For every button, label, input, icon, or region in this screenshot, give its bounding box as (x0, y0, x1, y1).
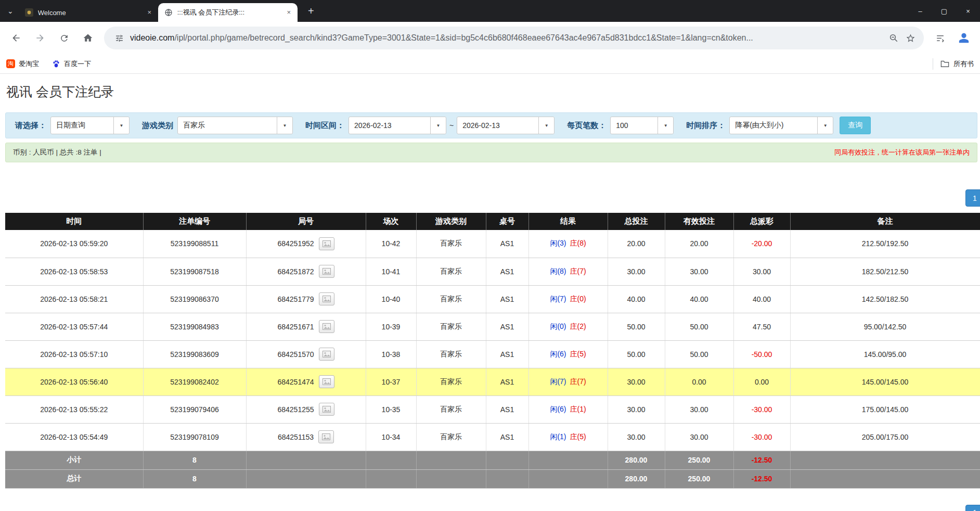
cell-total-bet[interactable]: 20.00 (608, 230, 665, 258)
url-text[interactable]: videoie.com/ipl/portal.php/game/betrecor… (130, 33, 753, 43)
summary-text: 币别 : 人民币 | 总共 :8 注单 | (13, 148, 101, 157)
cell-result: 闲(7)庄(7) (528, 368, 608, 395)
cell-time: 2026-02-13 05:57:10 (5, 340, 143, 368)
cell-round: 684251952 (246, 230, 366, 258)
per-page-input[interactable]: 100 ▼ (610, 117, 674, 134)
close-icon[interactable]: × (285, 8, 293, 17)
cell-round: 684251474 (246, 368, 366, 395)
cell-total-bet[interactable]: 30.00 (608, 368, 665, 395)
refresh-icon[interactable] (55, 29, 73, 47)
tab-bet-record[interactable]: :::视讯 会员下注纪录::: × (158, 3, 298, 22)
result-banker: 庄(2) (570, 322, 586, 330)
round-video-button[interactable] (319, 237, 334, 250)
cell-valid-bet: 30.00 (665, 258, 733, 285)
cell-game: 百家乐 (416, 368, 486, 395)
cell-bet-no: 523199084983 (143, 313, 246, 340)
result-banker: 庄(0) (570, 295, 586, 303)
cell-round: 684251671 (246, 313, 366, 340)
round-video-button[interactable] (318, 430, 334, 443)
all-bookmarks-button[interactable]: 所有书 (933, 58, 974, 70)
cell-bet-no: 523199088511 (143, 230, 246, 258)
date-to-input[interactable]: 2026-02-13 ▼ (457, 117, 555, 134)
close-window-button[interactable]: × (956, 0, 980, 22)
query-type-select[interactable]: 日期查询 ▼ (50, 117, 130, 134)
new-tab-button[interactable]: + (304, 4, 318, 18)
cell-note: 212.50/192.50 (790, 230, 980, 258)
round-no: 684251779 (277, 295, 314, 303)
cell-total-bet[interactable]: 30.00 (608, 423, 665, 451)
pagination-button[interactable]: 1 (965, 189, 980, 207)
cell-round: 684251570 (246, 340, 366, 368)
cell-time: 2026-02-13 05:59:20 (5, 230, 143, 258)
round-video-button[interactable] (319, 292, 334, 305)
profile-avatar-icon[interactable] (955, 29, 973, 47)
caret-down-icon[interactable]: ▼ (538, 117, 554, 134)
cell-total-bet[interactable]: 50.00 (608, 313, 665, 340)
tab-strip: ⌄ Welcome × :::视讯 会员下注纪录::: × + – ▢ × (0, 0, 980, 22)
caret-down-icon[interactable]: ▼ (113, 117, 129, 134)
bookmark-baidu[interactable]: 百度一下 (51, 59, 91, 69)
caret-down-icon[interactable]: ▼ (277, 117, 292, 134)
round-no: 684251474 (277, 378, 314, 386)
round-video-button[interactable] (319, 403, 334, 416)
cell-game: 百家乐 (416, 395, 486, 423)
cell-bet-no: 523199083609 (143, 340, 246, 368)
search-button[interactable]: 查询 (840, 117, 871, 134)
zoom-icon[interactable] (889, 33, 898, 43)
date-from-input[interactable]: 2026-02-13 ▼ (349, 117, 446, 134)
forward-icon[interactable] (31, 29, 49, 47)
cell-time: 2026-02-13 05:54:49 (5, 423, 143, 451)
tab-welcome[interactable]: Welcome × (19, 3, 158, 22)
tab-title: :::视讯 会员下注纪录::: (177, 8, 280, 17)
site-info-icon[interactable] (112, 31, 126, 45)
round-video-button[interactable] (319, 320, 334, 333)
game-type-select[interactable]: 百家乐 ▼ (177, 117, 293, 134)
summary-bar: 币别 : 人民币 | 总共 :8 注单 | 同局有效投注，统一计算在该局第一张注… (5, 143, 977, 162)
game-type-label: 游戏类别 (142, 121, 173, 131)
bookmark-star-icon[interactable] (906, 33, 915, 43)
cell-total-bet[interactable]: 30.00 (608, 258, 665, 285)
close-icon[interactable]: × (145, 8, 154, 17)
cell-total-bet[interactable]: 30.00 (608, 395, 665, 423)
time-range-label: 时间区间： (305, 121, 344, 131)
table-row: 2026-02-13 05:57:44 523199084983 6842516… (5, 313, 980, 340)
round-video-button[interactable] (319, 375, 334, 388)
cell-bet-no: 523199087518 (143, 258, 246, 285)
total-payout: -12.50 (733, 469, 790, 488)
cell-valid-bet: 0.00 (665, 368, 733, 395)
sort-select[interactable]: 降幂(由大到小) ▼ (729, 117, 833, 134)
baidu-paw-icon (51, 59, 60, 68)
cell-note: 175.00/145.00 (790, 395, 980, 423)
caret-down-icon[interactable]: ▼ (430, 117, 446, 134)
address-bar[interactable]: videoie.com/ipl/portal.php/game/betrecor… (104, 27, 924, 49)
cell-round: 684251153 (246, 423, 366, 451)
cell-session: 10-41 (366, 258, 416, 285)
caret-down-icon[interactable]: ▼ (817, 117, 833, 134)
bookmark-aitaobao[interactable]: 淘 爱淘宝 (6, 59, 39, 69)
table-row: 2026-02-13 05:57:10 523199083609 6842515… (5, 340, 980, 368)
cell-payout: 0.00 (733, 368, 790, 395)
empty-cell (486, 451, 528, 469)
filter-list-icon[interactable] (931, 29, 949, 47)
window-controls: – ▢ × (908, 0, 980, 22)
cell-valid-bet: 20.00 (665, 230, 733, 258)
cell-round: 684251779 (246, 285, 366, 313)
home-icon[interactable] (79, 29, 97, 47)
chevron-down-icon[interactable]: ⌄ (7, 7, 14, 15)
round-video-button[interactable] (319, 265, 334, 278)
cell-game: 百家乐 (416, 285, 486, 313)
cell-total-bet[interactable]: 40.00 (608, 285, 665, 313)
caret-down-icon[interactable]: ▼ (657, 117, 673, 134)
cell-game: 百家乐 (416, 423, 486, 451)
empty-cell (246, 451, 366, 469)
cell-bet-no: 523199082402 (143, 368, 246, 395)
result-player: 闲(8) (550, 267, 566, 275)
cell-total-bet[interactable]: 50.00 (608, 340, 665, 368)
cell-payout: 40.00 (733, 285, 790, 313)
back-icon[interactable] (7, 29, 25, 47)
minimize-button[interactable]: – (908, 0, 932, 22)
round-video-button[interactable] (319, 348, 334, 361)
cell-result: 闲(8)庄(7) (528, 258, 608, 285)
maximize-button[interactable]: ▢ (932, 0, 956, 22)
pagination-button-bottom[interactable]: 1 (965, 505, 980, 511)
